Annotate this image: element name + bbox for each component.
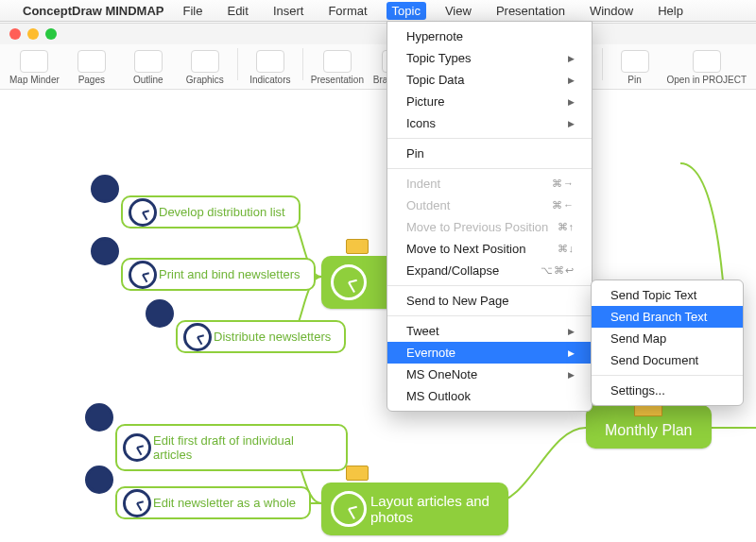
toolbar-indicators[interactable]: Indicators: [242, 48, 299, 87]
menu-topic[interactable]: Topic: [387, 2, 426, 20]
menu-item-hypernote[interactable]: Hypernote: [387, 25, 592, 47]
topic-node[interactable]: Edit newsletter as a whole: [115, 486, 311, 519]
topic-label: Develop distribution list: [159, 205, 285, 219]
outline-icon: [134, 50, 163, 73]
clock-icon: [123, 489, 151, 517]
menu-item-icons[interactable]: Icons: [387, 112, 592, 134]
submenu-item-send-document[interactable]: Send Document: [592, 349, 743, 371]
folder-icon: [346, 466, 372, 479]
topic-label: Edit first draft of individual articles: [153, 433, 294, 462]
clock-icon: [123, 433, 151, 462]
menu-item-pin[interactable]: Pin: [387, 143, 592, 164]
menu-edit[interactable]: Edit: [221, 2, 253, 20]
graphics-icon: [191, 50, 219, 73]
root-label: Monthly Plan: [605, 422, 693, 438]
menu-item-tweet[interactable]: Tweet: [387, 320, 592, 342]
toolbar-presentation[interactable]: Presentation: [307, 48, 368, 87]
topic-label: Print and bind newsletters: [159, 267, 301, 281]
menu-item-move-to-previous-position: Move to Previous Position⌘↑: [387, 216, 592, 238]
clock-icon: [91, 237, 119, 265]
toolbar-separator: [302, 48, 303, 80]
topic-label: Edit newsletter as a whole: [153, 496, 296, 510]
menu-file[interactable]: File: [178, 2, 209, 20]
group-node[interactable]: Layout articles and photos: [321, 483, 508, 535]
toolbar-open-in-project[interactable]: Open in PROJECT: [663, 48, 750, 87]
menu-window[interactable]: Window: [584, 2, 639, 20]
submenu-item-send-branch-text[interactable]: Send Branch Text: [592, 306, 743, 328]
menu-view[interactable]: View: [439, 2, 477, 20]
close-window-button[interactable]: [9, 28, 21, 40]
menu-item-indent: Indent⌘→: [387, 173, 592, 195]
window-titlebar: [0, 24, 756, 44]
map-minder-icon: [20, 50, 48, 73]
clock-icon: [146, 299, 174, 328]
toolbar-map-minder[interactable]: Map Minder: [6, 48, 63, 87]
pin-icon: [621, 50, 649, 73]
menu-item-expand-collapse[interactable]: Expand/Collapse⌥⌘↩: [387, 260, 592, 281]
project-icon: [693, 50, 721, 73]
submenu-item-settings-[interactable]: Settings...: [592, 380, 743, 401]
toolbar-outline[interactable]: Outline: [120, 48, 177, 87]
topic-node[interactable]: Edit first draft of individual articles: [115, 424, 348, 471]
group-label: Layout articles and photos: [370, 493, 493, 525]
zoom-window-button[interactable]: [45, 28, 57, 40]
menu-format[interactable]: Format: [322, 2, 372, 20]
toolbar: Map Minder Pages Outline Graphics Indica…: [0, 44, 756, 90]
menu-help[interactable]: Help: [652, 2, 689, 20]
topic-dropdown-menu: HypernoteTopic TypesTopic DataPictureIco…: [387, 21, 593, 412]
pages-icon: [77, 50, 106, 73]
clock-icon: [129, 261, 157, 289]
menu-item-send-to-new-page[interactable]: Send to New Page: [387, 290, 592, 312]
topic-node[interactable]: Develop distribution list: [121, 195, 301, 229]
clock-icon: [183, 323, 212, 351]
clock-icon: [91, 175, 119, 203]
menu-item-topic-types[interactable]: Topic Types: [387, 47, 592, 69]
menu-item-topic-data[interactable]: Topic Data: [387, 69, 592, 91]
topic-label: Distribute newsletters: [214, 330, 331, 344]
indicators-icon: [256, 50, 284, 73]
submenu-item-send-topic-text[interactable]: Send Topic Text: [592, 284, 743, 306]
presentation-icon: [323, 50, 352, 73]
menu-presentation[interactable]: Presentation: [490, 2, 571, 20]
folder-icon: [346, 239, 372, 252]
root-node[interactable]: Monthly Plan: [586, 405, 712, 449]
topic-node[interactable]: Print and bind newsletters: [121, 258, 316, 291]
toolbar-pin[interactable]: Pin: [607, 48, 663, 87]
clock-icon: [331, 264, 367, 300]
submenu-item-send-map[interactable]: Send Map: [592, 328, 743, 349]
clock-icon: [331, 491, 367, 527]
menu-item-move-to-next-position[interactable]: Move to Next Position⌘↓: [387, 238, 592, 260]
toolbar-separator: [237, 48, 238, 80]
clock-icon: [85, 403, 113, 432]
evernote-submenu: Send Topic TextSend Branch TextSend MapS…: [591, 279, 744, 406]
menu-item-picture[interactable]: Picture: [387, 91, 592, 112]
app-name[interactable]: ConceptDraw MINDMAP: [23, 4, 164, 18]
menu-insert[interactable]: Insert: [267, 2, 310, 20]
clock-icon: [85, 466, 113, 494]
toolbar-separator: [602, 48, 603, 80]
topic-node[interactable]: Distribute newsletters: [176, 320, 346, 353]
toolbar-pages[interactable]: Pages: [63, 48, 120, 87]
minimize-window-button[interactable]: [27, 28, 39, 40]
menu-item-outdent: Outdent⌘←: [387, 195, 592, 216]
menu-item-evernote[interactable]: Evernote: [387, 342, 592, 364]
menu-item-ms-outlook[interactable]: MS Outlook: [387, 385, 592, 407]
mac-menubar: ConceptDraw MINDMAP File Edit Insert For…: [0, 0, 756, 22]
toolbar-graphics[interactable]: Graphics: [177, 48, 233, 87]
menu-item-ms-onenote[interactable]: MS OneNote: [387, 364, 592, 385]
clock-icon: [129, 198, 157, 227]
